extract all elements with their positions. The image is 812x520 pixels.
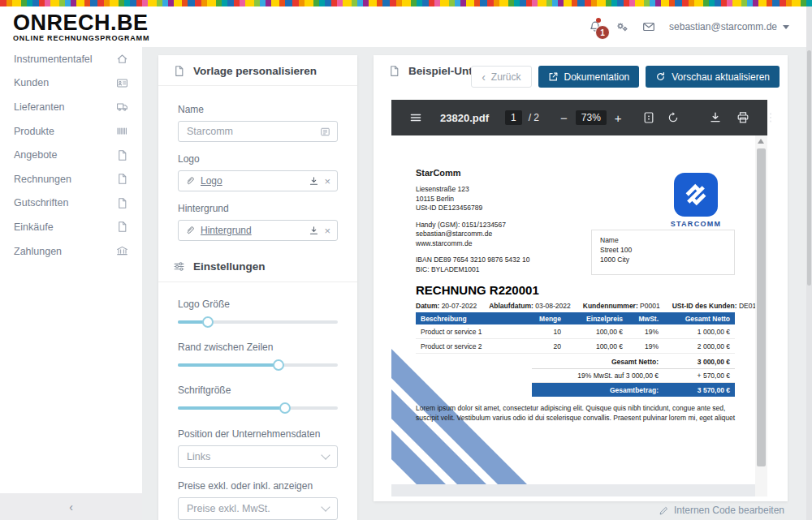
name-field-label: Name [178,104,338,115]
pdf-scrollbar[interactable] [755,135,767,496]
background-remove-button[interactable]: × [324,226,330,236]
pdf-scrollbar-thumb[interactable] [757,148,766,466]
refresh-preview-button[interactable]: Vorschau aktualisieren [646,66,780,88]
sliders-container: Logo GrößeRand zwischen ZeilenSchriftgrö… [158,299,357,414]
sidebar-item-kunden[interactable]: Kunden [0,71,142,96]
back-button[interactable]: ‹ Zurück [471,66,531,88]
pdf-page: StarComm Liesenstraße 12310115 BerlinUSt… [391,135,755,484]
account-menu[interactable]: sebastian@starcomm.de [669,21,789,32]
sidebar-item-zahlungen[interactable]: Zahlungen [0,239,142,264]
sidebar-item-rechnungen[interactable]: Rechnungen [0,167,142,191]
envelope-icon [642,20,655,33]
invoice-company-name: StarComm [416,168,529,178]
pdf-page-input[interactable]: 1 [505,110,522,125]
documentation-button[interactable]: Dokumentation [538,66,640,88]
total-value: 3 000,00 € [663,358,735,366]
background-file-link[interactable]: Hintergrund [201,225,252,236]
fit-page-button[interactable] [642,111,655,124]
select-label: Position der Unternehmensdaten [178,428,338,440]
home-icon [116,53,128,65]
starcomm-logo-icon [680,178,712,211]
slider-thumb[interactable] [279,402,291,414]
file-pdf-icon [116,197,128,209]
sidebar-item-instrumententafel[interactable]: Instrumententafel [0,47,142,71]
invoice-logo-caption: STARCOMM [664,220,728,228]
select-1[interactable]: Links [178,445,338,468]
file-pdf-icon [388,65,400,77]
slider-thumb[interactable] [202,316,214,328]
background-field-label: Hintergrund [178,203,338,214]
print-icon [736,111,749,124]
slider-label: Schriftgröße [178,385,338,396]
recipient-line: 1000 City [600,255,726,264]
fit-page-icon [642,111,655,124]
sidebar-item-label: Rechnungen [14,174,71,185]
file-pdf-icon [116,173,128,185]
pdf-filename: 23820.pdf [440,112,489,124]
pdf-toolbar: 23820.pdf 1 / 2 − 73% + [391,100,767,135]
zoom-out-button[interactable]: − [560,112,568,124]
download-icon [309,176,319,187]
edit-internal-code-link[interactable]: Internen Code bearbeiten [659,505,784,516]
paperclip-icon [185,226,196,236]
collapse-chevron-icon: ‹ [69,501,73,514]
sidebar-item-gutschriften[interactable]: Gutschriften [0,191,142,216]
selects-container: Position der UnternehmensdatenLinksPreis… [158,428,357,520]
pdf-print-button[interactable] [736,111,749,124]
bank-icon [116,245,128,257]
external-link-icon [548,71,559,82]
sidebar-menu: InstrumententafelKundenLieferantenProduk… [0,47,142,263]
chevron-down-icon [321,450,330,459]
sidebar-item-einkaeufe[interactable]: Einkäufe [0,215,142,239]
slider-3[interactable] [178,402,338,414]
kebab-icon [764,111,777,124]
sidebar-item-label: Produkte [14,126,54,137]
rotate-button[interactable] [667,111,680,124]
background-download-button[interactable] [309,226,319,236]
slider-2[interactable] [178,359,338,371]
messages-button[interactable] [642,20,655,33]
notification-badge: 1 [595,25,610,40]
settings-cogs-button[interactable] [615,20,628,33]
slider-thumb[interactable] [273,359,284,371]
logo-download-button[interactable] [309,176,319,187]
sidebar-item-label: Instrumententafel [14,54,93,65]
logo-remove-button[interactable]: × [324,176,330,187]
notifications-button[interactable]: 1 [589,20,602,33]
slider-1[interactable] [178,316,338,328]
pdf-menu-button[interactable] [409,111,422,124]
background-file-field: Hintergrund × [178,220,338,241]
slider-label: Logo Größe [178,299,338,310]
pdf-zoom-level[interactable]: 73% [576,110,607,125]
scroll-up-arrow[interactable] [758,139,764,144]
pdf-page-count: / 2 [529,112,539,123]
sliders-icon [173,260,185,273]
pdf-download-button[interactable] [709,111,722,124]
browser-scrollbar-thumb[interactable] [807,50,811,286]
cogs-icon [615,20,628,33]
name-input[interactable] [185,125,315,138]
zoom-in-button[interactable]: + [615,112,622,124]
browser-scrollbar[interactable] [806,6,812,520]
customize-panel-title: Vorlage personalisieren [193,65,317,77]
sidebar-collapse-button[interactable]: ‹ [0,493,142,520]
sidebar-item-label: Zahlungen [14,246,62,257]
rainbow-top-bar [0,0,812,6]
recipient-line: Street 100 [600,245,726,255]
input-box-icon [320,127,330,137]
pdf-more-button[interactable] [764,111,777,124]
invoice-recipient-box: NameStreet 1001000 City [591,230,735,275]
sidebar-item-angebote[interactable]: Angebote [0,143,142,167]
sidebar-item-label: Gutschriften [14,197,68,208]
download-icon [309,226,319,236]
rotate-icon [667,111,680,124]
logo-file-link[interactable]: Logo [201,175,222,187]
total-value: 3 570,00 € [663,386,735,394]
sidebar-item-lieferanten[interactable]: Lieferanten [0,95,142,119]
select-2[interactable]: Preise exkl. MwSt. [178,497,338,520]
invoice-logo [674,173,718,217]
customize-panel: Vorlage personalisieren Name Logo Logo ×… [158,55,357,520]
file-pdf-icon [116,149,128,161]
sidebar-item-produkte[interactable]: Produkte [0,119,142,144]
file-pdf-icon [173,65,185,77]
